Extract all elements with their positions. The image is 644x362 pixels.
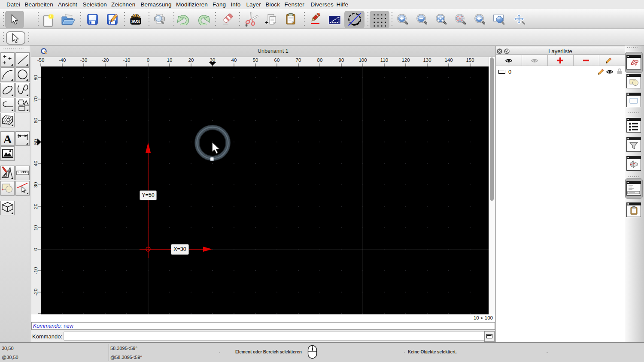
svg-text:SVG: SVG [131,19,140,24]
svg-text:A: A [3,133,12,145]
